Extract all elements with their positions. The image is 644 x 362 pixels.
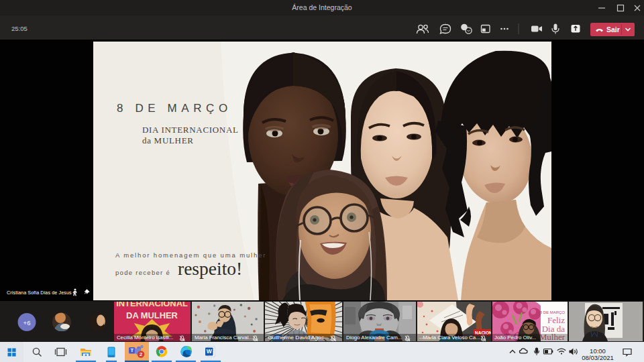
svg-text:08/03/2021: 08/03/2021 — [582, 354, 614, 361]
svg-text:Maria Francisca Carval...: Maria Francisca Carval... — [195, 335, 253, 341]
svg-text:W: W — [207, 348, 213, 355]
svg-text:Guilherme David Agos...: Guilherme David Agos... — [268, 335, 329, 341]
svg-text:T: T — [131, 347, 134, 353]
svg-text:+6: +6 — [23, 319, 31, 326]
svg-text:Sair: Sair — [606, 25, 620, 34]
svg-text:2: 2 — [140, 351, 142, 357]
svg-text:Diogo Alexandre Cam...: Diogo Alexandre Cam... — [346, 335, 402, 341]
svg-text:DA MULHER: DA MULHER — [126, 310, 178, 320]
svg-text:INTERNACIONAL: INTERNACIONAL — [116, 302, 188, 308]
svg-text:Cecília Monteiro Basíli...: Cecília Monteiro Basíli... — [117, 335, 173, 341]
svg-text:João Pedro Oliv...: João Pedro Oliv... — [494, 335, 536, 341]
svg-text:8 DE MARÇO: 8 DE MARÇO — [540, 310, 566, 314]
svg-text:--Maria Clara Veloso Ca...: --Maria Clara Veloso Ca... — [419, 335, 480, 341]
